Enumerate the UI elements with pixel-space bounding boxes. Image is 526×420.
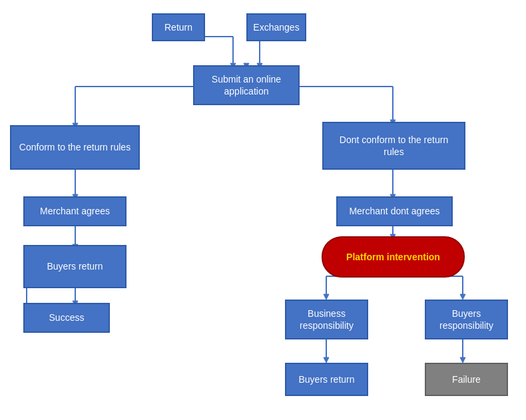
merchant-agrees-box: Merchant agrees <box>23 196 127 226</box>
platform-box: Platform intervention <box>322 236 465 278</box>
buyers-return-left-box: Buyers return <box>23 245 127 288</box>
business-resp-box: Business responsibility <box>285 300 368 339</box>
dont-conform-box: Dont conform to the return rules <box>322 122 465 170</box>
submit-box: Submit an online application <box>193 65 300 105</box>
failure-box: Failure <box>425 363 508 396</box>
merchant-dont-box: Merchant dont agrees <box>336 196 453 226</box>
svg-marker-32 <box>324 294 329 300</box>
exchanges-box: Exchanges <box>246 13 306 41</box>
buyers-return-right-box: Buyers return <box>285 363 368 396</box>
buyers-resp-box: Buyers responsibility <box>425 300 508 339</box>
flowchart-diagram: Return Exchanges Submit an online applic… <box>0 0 526 420</box>
success-box: Success <box>23 303 110 333</box>
svg-marker-37 <box>324 357 329 363</box>
conform-box: Conform to the return rules <box>10 125 140 170</box>
svg-marker-39 <box>460 357 465 363</box>
return-box: Return <box>152 13 205 41</box>
svg-marker-35 <box>460 294 465 300</box>
